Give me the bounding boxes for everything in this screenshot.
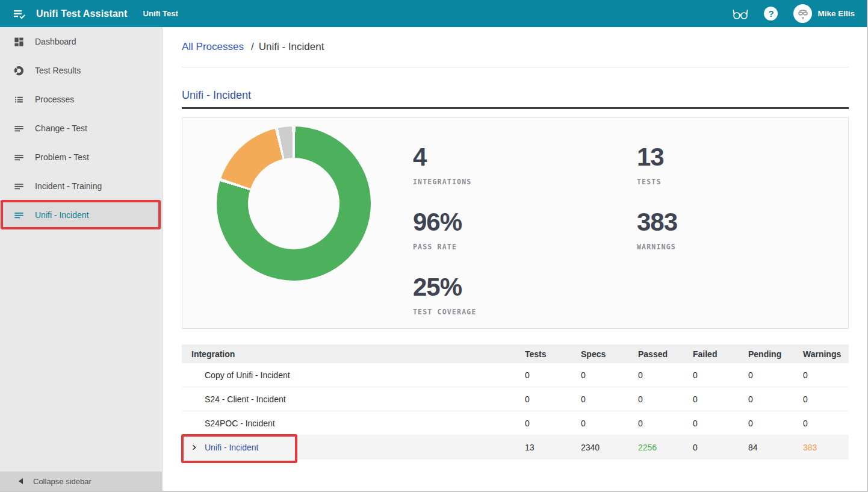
dashboard-icon bbox=[13, 36, 25, 48]
sidebar-item-incident-training[interactable]: Incident - Training bbox=[0, 172, 162, 201]
user-avatar[interactable] bbox=[793, 4, 812, 23]
cell-failed: 0 bbox=[693, 419, 748, 428]
cell-pending: 0 bbox=[748, 394, 803, 404]
stat-label: INTEGRATIONS bbox=[413, 178, 471, 186]
summary-card: 4 INTEGRATIONS 13 TESTS 96% PASS RATE 38… bbox=[182, 117, 849, 329]
cell-failed: 0 bbox=[693, 394, 748, 404]
column-header-integration: Integration bbox=[182, 349, 525, 359]
breadcrumb-divider bbox=[182, 67, 849, 67]
stat-tests: 13 TESTS bbox=[637, 145, 664, 186]
sidebar-item-label: Dashboard bbox=[35, 37, 76, 46]
collapse-sidebar-label: Collapse sidebar bbox=[33, 477, 91, 486]
cell-tests: 13 bbox=[525, 443, 581, 452]
sidebar-item-label: Processes bbox=[35, 95, 74, 104]
expand-chevron-icon[interactable] bbox=[190, 443, 198, 451]
cell-passed: 0 bbox=[638, 394, 693, 404]
stat-label: PASS RATE bbox=[413, 243, 462, 251]
column-header-warnings: Warnings bbox=[803, 349, 850, 359]
sidebar-item-test-results[interactable]: Test Results bbox=[0, 56, 162, 85]
cell-tests: 0 bbox=[525, 370, 581, 380]
stat-value: 25% bbox=[413, 275, 477, 300]
app-header: Unifi Test Assistant Unifi Test ? Mike E… bbox=[0, 0, 867, 27]
cell-warnings: 383 bbox=[803, 443, 850, 452]
breadcrumb-all-processes-link[interactable]: All Processes bbox=[182, 41, 244, 53]
integration-name-text[interactable]: Unifi - Incident bbox=[205, 443, 258, 452]
donut-chart-icon bbox=[13, 65, 25, 76]
integration-name: Copy of Unifi - Incident bbox=[182, 370, 525, 380]
integrations-table: Integration Tests Specs Passed Failed Pe… bbox=[182, 344, 849, 459]
app-title: Unifi Test Assistant bbox=[36, 8, 128, 19]
stat-integrations: 4 INTEGRATIONS bbox=[413, 145, 471, 186]
cell-tests: 0 bbox=[525, 419, 581, 428]
help-icon[interactable]: ? bbox=[764, 7, 778, 20]
stat-label: WARNINGS bbox=[637, 243, 677, 251]
column-header-tests: Tests bbox=[525, 349, 581, 359]
cell-specs: 0 bbox=[581, 394, 638, 404]
table-row[interactable]: S24POC - Incident 0 0 0 0 0 0 bbox=[182, 411, 849, 435]
sidebar-item-label: Change - Test bbox=[35, 123, 87, 133]
sidebar-item-label: Unifi - Incident bbox=[35, 210, 88, 220]
table-row[interactable]: S24 - Client - Incident 0 0 0 0 0 0 bbox=[182, 387, 849, 411]
sidebar-item-change-test[interactable]: Change - Test bbox=[0, 114, 162, 143]
cell-pending: 84 bbox=[748, 443, 803, 452]
table-header-row: Integration Tests Specs Passed Failed Pe… bbox=[182, 344, 849, 363]
breadcrumb-separator: / bbox=[251, 41, 254, 53]
cell-passed: 0 bbox=[638, 419, 693, 428]
integration-name: S24POC - Incident bbox=[182, 419, 525, 428]
cell-tests: 0 bbox=[525, 394, 581, 404]
stat-value: 96% bbox=[413, 210, 462, 235]
stat-warnings: 383 WARNINGS bbox=[637, 210, 677, 251]
stat-label: TESTS bbox=[637, 178, 664, 186]
stat-value: 13 bbox=[637, 145, 664, 170]
cell-warnings: 0 bbox=[803, 419, 850, 428]
sidebar-item-unifi-incident[interactable]: Unifi - Incident bbox=[0, 201, 162, 229]
collapse-arrow-icon bbox=[19, 478, 23, 484]
menu-check-icon[interactable] bbox=[12, 7, 26, 21]
app-subtitle: Unifi Test bbox=[143, 9, 178, 18]
stat-pass-rate: 96% PASS RATE bbox=[413, 210, 462, 251]
cell-specs: 0 bbox=[581, 419, 638, 428]
sidebar-item-label: Incident - Training bbox=[35, 181, 102, 191]
notes-icon bbox=[13, 123, 25, 134]
stat-test-coverage: 25% TEST COVERAGE bbox=[413, 275, 477, 316]
notes-icon bbox=[13, 181, 25, 192]
breadcrumb: All Processes / Unifi - Incident bbox=[182, 41, 849, 53]
column-header-specs: Specs bbox=[581, 349, 638, 359]
list-icon bbox=[13, 94, 25, 105]
sidebar: Dashboard Test Results Processes Change … bbox=[0, 27, 163, 491]
stat-label: TEST COVERAGE bbox=[413, 308, 477, 316]
sidebar-item-label: Test Results bbox=[35, 66, 81, 75]
cell-pending: 0 bbox=[748, 370, 803, 380]
breadcrumb-current: Unifi - Incident bbox=[259, 41, 324, 53]
sidebar-item-processes[interactable]: Processes bbox=[0, 85, 162, 114]
notes-icon bbox=[13, 210, 25, 221]
cell-warnings: 0 bbox=[803, 370, 850, 380]
collapse-sidebar-button[interactable]: Collapse sidebar bbox=[0, 472, 162, 491]
page-title: Unifi - Incident bbox=[182, 89, 849, 102]
stat-value: 383 bbox=[637, 210, 677, 235]
column-header-passed: Passed bbox=[638, 349, 693, 359]
cell-failed: 0 bbox=[693, 443, 748, 452]
column-header-failed: Failed bbox=[693, 349, 748, 359]
cell-warnings: 0 bbox=[803, 394, 850, 404]
cell-passed: 0 bbox=[638, 370, 693, 380]
table-row-unifi-incident[interactable]: Unifi - Incident 13 2340 2256 0 84 383 bbox=[182, 435, 849, 459]
cell-specs: 0 bbox=[581, 370, 638, 380]
results-donut-chart bbox=[217, 126, 371, 281]
column-header-pending: Pending bbox=[748, 349, 803, 359]
table-row[interactable]: Copy of Unifi - Incident 0 0 0 0 0 0 bbox=[182, 363, 849, 387]
cell-failed: 0 bbox=[693, 370, 748, 380]
spectacles-icon[interactable] bbox=[731, 6, 749, 22]
notes-icon bbox=[13, 152, 25, 163]
title-underline bbox=[182, 107, 849, 109]
stat-value: 4 bbox=[413, 145, 471, 170]
user-name[interactable]: Mike Ellis bbox=[817, 9, 855, 18]
sidebar-item-problem-test[interactable]: Problem - Test bbox=[0, 143, 162, 172]
sidebar-item-dashboard[interactable]: Dashboard bbox=[0, 27, 162, 56]
integration-name-link[interactable]: Unifi - Incident bbox=[182, 443, 525, 452]
cell-pending: 0 bbox=[748, 419, 803, 428]
sidebar-item-label: Problem - Test bbox=[35, 152, 89, 162]
integration-name: S24 - Client - Incident bbox=[182, 394, 525, 404]
main-content: All Processes / Unifi - Incident Unifi -… bbox=[163, 27, 867, 491]
cell-specs: 2340 bbox=[581, 443, 638, 452]
